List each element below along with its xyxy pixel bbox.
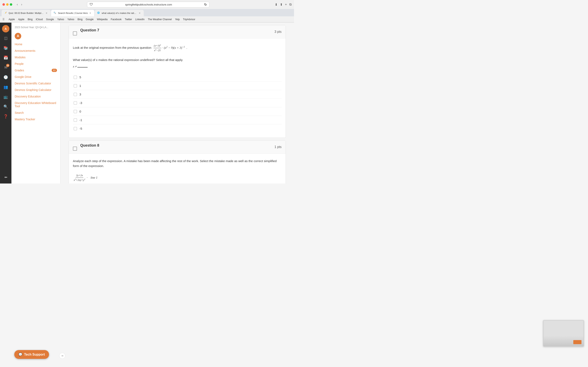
tab-close-coursehero[interactable]: × (89, 11, 91, 15)
dashboard-icon: ◫ (4, 36, 8, 40)
close-traffic-light[interactable] (2, 3, 5, 6)
choice-3-checkbox[interactable] (74, 93, 77, 96)
tab-quiz[interactable]: 📝 Quiz: 08.02 Brain Builder: Multiply an… (2, 10, 51, 16)
tabs-bar: 📝 Quiz: 08.02 Brain Builder: Multiply an… (0, 9, 294, 16)
question-7-header: Question 7 3 pts (69, 25, 286, 39)
bookmark-twitter[interactable]: Twitter (125, 18, 132, 21)
grades-label: Grades (15, 69, 24, 72)
sidebar-item-people[interactable]: People (11, 60, 60, 67)
bookmark-bing2[interactable]: Bing (78, 18, 82, 21)
bookmark-linkedin[interactable]: LinkedIn (135, 18, 145, 21)
sidebar-item-external[interactable]: ⬅ (2, 173, 10, 181)
question-8-checkbox[interactable] (73, 147, 77, 151)
sidebar-item-history[interactable]: 🕐 (2, 73, 10, 81)
sidebar-item-dashboard[interactable]: ◫ (2, 34, 10, 42)
shield-icon: 🛡 (90, 3, 93, 6)
refresh-icon[interactable]: ↻ (204, 3, 207, 7)
choice-neg5: -5 (73, 124, 282, 133)
calendar-icon: 📅 (3, 55, 8, 60)
avatar[interactable]: A (2, 25, 9, 33)
tab-calculator[interactable]: 🌐 what value(s) of x makes the rational … (95, 10, 144, 16)
sidebar-item-announcements[interactable]: Announcements (11, 48, 60, 54)
sidebar-item-desmos-graphing[interactable]: Desmos Graphing Calculator (11, 87, 60, 93)
sidebar-item-desmos-scientific[interactable]: Desmos Scientific Calculator (11, 80, 60, 87)
bookmark-google1[interactable]: Google (46, 18, 54, 21)
question-7-text: Look at the original expression from the… (73, 43, 282, 69)
fullscreen-traffic-light[interactable] (10, 3, 12, 6)
sidebar-item-inbox[interactable]: ✉ 10 (2, 63, 10, 72)
sidebar-item-groups[interactable]: 👥 (2, 83, 10, 91)
choice-1: 1 (73, 82, 282, 90)
tab-label-quiz: Quiz: 08.02 Brain Builder: Multiply and … (9, 12, 44, 14)
bookmark-yahoo1[interactable]: Yahoo (57, 18, 64, 21)
tab-close-quiz[interactable]: × (46, 11, 47, 15)
tab-favicon-coursehero: 🔍 (53, 12, 56, 15)
choice-3: 3 (73, 90, 282, 99)
tabs-icon[interactable]: ⧉ (289, 3, 292, 7)
sidebar-item-calendar[interactable]: 📅 (2, 54, 10, 62)
bookmark-wikipedia[interactable]: Wikipedia (97, 18, 108, 21)
question-8-pts: 1 pts (274, 145, 282, 149)
question-7-choices: 5 1 3 -3 0 (73, 73, 282, 133)
tab-close-calculator[interactable]: × (139, 11, 140, 15)
sidebar-icons: A ◫ 📚 📅 ✉ 10 🕐 👥 📺 🔍 ❓ ⬅ (0, 23, 11, 184)
question-8-text: Analyze each step of the expression. A m… (73, 159, 282, 182)
download-icon[interactable]: ⬇ (275, 3, 277, 7)
bookmark-yelp[interactable]: Yelp (175, 18, 180, 21)
apps-icon[interactable]: ⠿ (2, 18, 4, 21)
back-button[interactable]: ‹ (16, 2, 19, 7)
address-bar[interactable]: 🛡 springfieldpublicschools.instructure.c… (87, 2, 209, 8)
new-tab-icon[interactable]: + (285, 3, 287, 7)
sidebar-item-media[interactable]: 📺 (2, 93, 10, 101)
bookmark-tripadvisor[interactable]: TripAdvisor (183, 18, 195, 21)
bookmark-facebook[interactable]: Facebook (111, 18, 122, 21)
question-7-desc-part2: What value(s) of x makes the rational ex… (73, 58, 183, 62)
choice-neg5-checkbox[interactable] (74, 127, 77, 130)
forward-button[interactable]: › (20, 2, 23, 7)
tab-coursehero[interactable]: 🔍 Search Results | Course Hero × (51, 10, 94, 16)
choice-0-label: 0 (79, 110, 81, 113)
question-8-math: 2y+2x x2+2xy+y2 · line 1 (73, 176, 97, 179)
sidebar-item-search[interactable]: 🔍 (2, 103, 10, 111)
bookmark-icloud[interactable]: iCloud (36, 18, 43, 21)
inbox-badge: 10 (6, 64, 9, 67)
choice-1-checkbox[interactable] (74, 84, 77, 87)
share-icon[interactable]: ⬆ (280, 3, 283, 7)
sidebar-item-search[interactable]: Search (11, 109, 60, 116)
choice-3-label: 3 (79, 92, 81, 96)
sidebar-item-discovery-whiteboard[interactable]: Discovery Education Whiteboard Tool (11, 100, 60, 109)
sidebar-item-grades[interactable]: Grades 83 (11, 67, 60, 74)
bookmark-yahoo2[interactable]: Yahoo (67, 18, 74, 21)
question-8-desc: Analyze each step of the expression. A m… (73, 159, 277, 167)
history-icon: 🕐 (3, 75, 8, 80)
question-7-card: Question 7 3 pts Look at the original ex… (69, 25, 286, 138)
bookmark-apple2[interactable]: Apple (18, 18, 25, 21)
choice-neg1-label: -1 (79, 118, 82, 122)
sidebar-item-help[interactable]: ❓ (2, 112, 10, 120)
choice-neg3-label: -3 (79, 101, 82, 105)
choice-0-checkbox[interactable] (74, 110, 77, 113)
groups-icon: 👥 (3, 85, 8, 89)
choice-neg3-checkbox[interactable] (74, 101, 77, 105)
question-7-desc2: . (186, 46, 187, 49)
school-year-label: 2023 School Year: Q3-Q4 LA... (11, 25, 60, 31)
external-icon: ⬅ (4, 175, 7, 179)
sidebar-item-google-drive[interactable]: Google Drive (11, 74, 60, 80)
content-area: Question 7 3 pts Look at the original ex… (61, 23, 294, 184)
sidebar-item-courses[interactable]: 📚 (2, 44, 10, 52)
sidebar-item-mastery-tracker[interactable]: Mastery Tracker (11, 116, 60, 123)
choice-neg1: -1 (73, 116, 282, 124)
bookmark-weather[interactable]: The Weather Channel (148, 18, 172, 21)
sidebar-item-home[interactable]: Home (11, 41, 60, 48)
question-7-checkbox[interactable] (73, 31, 77, 35)
bookmark-bing1[interactable]: Bing (27, 18, 33, 21)
course-logo-icon: A (15, 33, 21, 39)
choice-5-checkbox[interactable] (74, 76, 77, 79)
bookmark-apple1[interactable]: Apple (9, 18, 15, 21)
sidebar-item-modules[interactable]: Modules (11, 54, 60, 60)
bookmarks-bar: ⠿ Apple Apple Bing iCloud Google Yahoo Y… (0, 16, 294, 22)
bookmark-google2[interactable]: Google (86, 18, 94, 21)
sidebar-item-discovery-education[interactable]: Discovery Education (11, 93, 60, 100)
choice-neg1-checkbox[interactable] (74, 118, 77, 122)
minimize-traffic-light[interactable] (6, 3, 9, 6)
